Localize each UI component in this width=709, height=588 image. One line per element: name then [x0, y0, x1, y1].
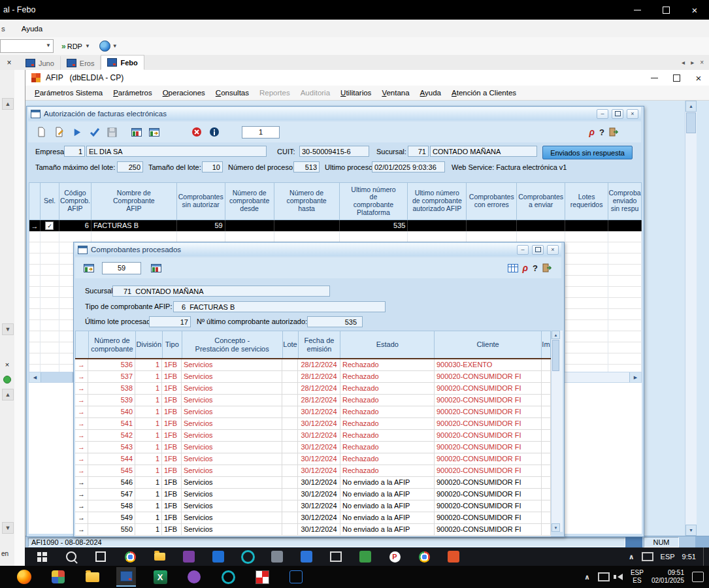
cuit-field[interactable]: 30-50009415-6 — [299, 146, 369, 157]
registro-count-field[interactable]: 59 — [102, 262, 141, 274]
pinned-app-button[interactable] — [416, 549, 432, 564]
menu-ventana[interactable]: Ventana — [376, 89, 414, 97]
info-button[interactable] — [206, 125, 222, 140]
lote-count-field[interactable]: 1 — [242, 126, 280, 139]
header-nombre[interactable]: Nombre de Comprobante AFIP — [91, 183, 177, 220]
pinned-app-button[interactable] — [210, 549, 226, 564]
show-desktop-button[interactable] — [703, 547, 706, 566]
invoice-row[interactable]: →54011FBServicios30/12/2024Rechazado9000… — [75, 406, 551, 418]
numero-proceso-field[interactable]: 513 — [293, 161, 320, 172]
tray-chevron-icon[interactable]: ∧ — [584, 573, 590, 581]
menu-parametros-sistema[interactable]: Parámetros Sistema — [29, 89, 108, 97]
menu-ayuda[interactable]: Ayuda — [415, 89, 446, 97]
file-explorer-button[interactable] — [82, 567, 102, 587]
header-estado[interactable]: Estado — [340, 331, 435, 359]
pinned-app-button[interactable] — [357, 549, 373, 564]
enviados-sin-respuesta-button[interactable]: Enviados sin respuesta — [542, 146, 633, 159]
scrollbar-thumb[interactable] — [686, 112, 696, 133]
volume-icon[interactable] — [618, 574, 623, 580]
auth-restore-button[interactable] — [612, 109, 623, 119]
search-button[interactable] — [63, 549, 79, 564]
header-cliente[interactable]: Cliente — [435, 331, 542, 359]
ultimo-comprobante-field[interactable]: 535 — [307, 316, 363, 327]
tray-display-icon[interactable] — [598, 572, 610, 581]
paint-app-button[interactable] — [48, 567, 68, 587]
invoice-row[interactable]: →54211FBServicios30/12/2024Rechazado9000… — [75, 430, 551, 442]
properties-button[interactable] — [51, 125, 67, 140]
scroll-up-button[interactable]: ▲ — [2, 389, 14, 400]
scrollbar-thumb[interactable] — [552, 340, 559, 371]
tab-febo[interactable]: Febo — [101, 55, 144, 70]
checkbox-checked-icon[interactable] — [45, 221, 54, 230]
export-grid-button[interactable] — [146, 125, 162, 140]
checkered-app-button[interactable] — [252, 567, 272, 587]
menu-consultas[interactable]: Consultas — [210, 89, 254, 97]
afip-maximize-button[interactable] — [665, 70, 687, 86]
proc-vertical-scrollbar[interactable]: ▲ ▼ — [551, 331, 563, 532]
teal-app-button[interactable] — [218, 567, 238, 587]
invoice-row[interactable]: →54611FBServicios30/12/2024No enviado a … — [75, 477, 551, 489]
invoice-row[interactable]: →53611FBServicios28/12/2024Rechazado9000… — [75, 359, 551, 371]
header-autorizado-afip[interactable]: Ultimo número de comprobante autorizado … — [408, 183, 467, 220]
resize-grip[interactable] — [695, 536, 709, 547]
header-a-enviar[interactable]: Comprobantes a enviar — [517, 183, 565, 220]
scroll-down-button[interactable]: ▼ — [2, 323, 14, 335]
tamano-maximo-field[interactable]: 250 — [117, 161, 143, 172]
ultimo-lote-field[interactable]: 17 — [149, 316, 191, 327]
game-app-button[interactable] — [184, 567, 204, 587]
stop-button[interactable] — [188, 125, 205, 140]
tab-close-icon[interactable]: × — [700, 59, 704, 66]
header-desde[interactable]: Número de comprobante desde — [225, 183, 274, 220]
menu-utilitarios[interactable]: Utilitarios — [335, 89, 376, 97]
sucursal-number-field[interactable]: 71 — [408, 146, 429, 157]
mdi-vertical-scrollbar[interactable]: ▲ ▼ — [685, 101, 697, 536]
invoice-row[interactable]: →54511FBServicios30/12/2024Rechazado9000… — [75, 465, 551, 477]
context-help-icon[interactable]: ρ — [589, 127, 595, 137]
tray-chevron-icon[interactable]: ∧ — [629, 553, 635, 561]
invoice-row[interactable]: →54811FBServicios30/12/2024No enviado a … — [75, 500, 551, 512]
host-minimize-button[interactable] — [623, 0, 651, 20]
auth-minimize-button[interactable]: – — [597, 109, 608, 119]
clock[interactable]: 9:51 — [682, 553, 696, 561]
language-indicator[interactable]: ESP — [661, 553, 675, 561]
header-fecha[interactable]: Fecha de emisión — [299, 331, 341, 359]
empresa-name-field[interactable]: EL DIA SA — [86, 146, 267, 157]
header-numero[interactable]: Número de comprobante — [89, 331, 136, 359]
invoice-row[interactable]: →54911FBServicios30/12/2024No enviado a … — [75, 512, 551, 524]
tipo-comprobante-field[interactable]: 6 FACTURAS B — [173, 301, 386, 312]
invoice-row[interactable]: →54311FBServicios30/12/2024Rechazado9000… — [75, 442, 551, 453]
table-icon[interactable] — [508, 264, 518, 272]
globe-icon[interactable] — [99, 41, 110, 52]
invoice-row[interactable]: →53811FBServicios28/12/2024Rechazado9000… — [75, 383, 551, 395]
pen-app-button[interactable] — [286, 567, 306, 587]
start-button[interactable] — [34, 549, 50, 564]
empresa-number-field[interactable]: 1 — [64, 146, 85, 157]
help-icon[interactable]: ? — [599, 128, 604, 137]
afip-close-button[interactable]: × — [687, 70, 709, 86]
pinned-app-button[interactable] — [299, 549, 314, 564]
exit-icon[interactable] — [609, 127, 619, 137]
exit-icon[interactable] — [542, 263, 552, 272]
afip-minimize-button[interactable] — [643, 70, 665, 86]
file-explorer-button[interactable] — [152, 549, 167, 564]
invoice-row[interactable]: →53911FBServicios28/12/2024Rechazado9000… — [75, 395, 551, 406]
panel-close-button[interactable]: × — [2, 359, 12, 370]
auth-titlebar[interactable]: Autorización de facturas electrónicas – … — [28, 107, 641, 120]
scroll-down-button[interactable]: ▼ — [552, 523, 560, 532]
scroll-down-button[interactable]: ▼ — [685, 525, 697, 536]
action-center-icon[interactable] — [692, 572, 704, 582]
grid-view-button[interactable] — [148, 261, 164, 276]
header-lotes[interactable]: Lotes requeridos — [565, 183, 608, 220]
rdcman-taskbar-button[interactable] — [116, 567, 136, 587]
header-division[interactable]: División — [136, 331, 163, 359]
proc-close-button[interactable]: × — [547, 245, 559, 255]
context-help-icon[interactable]: ρ — [523, 263, 528, 272]
confirm-button[interactable] — [86, 125, 103, 140]
header-con-errores[interactable]: Comprobantes con errores — [467, 183, 517, 220]
invoice-row[interactable]: →54711FBServicios30/12/2024No enviado a … — [75, 489, 551, 500]
invoice-row[interactable]: →54111FBServicios30/12/2024Rechazado9000… — [75, 418, 551, 430]
rdp-connect-control[interactable]: » RDP ▼ — [61, 42, 90, 51]
scrollbar-thumb[interactable] — [41, 372, 73, 382]
sucursal-name-field[interactable]: CONTADO MAÑANA — [430, 146, 537, 157]
invoice-row[interactable]: →53711FBServicios28/12/2024Rechazado9000… — [75, 371, 551, 383]
